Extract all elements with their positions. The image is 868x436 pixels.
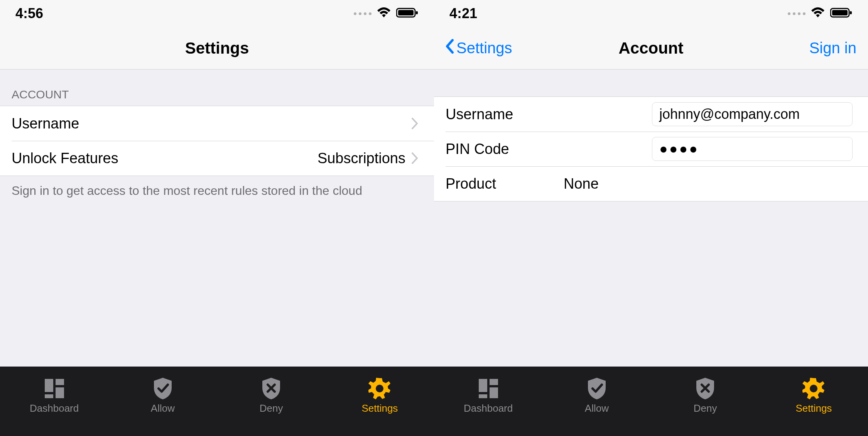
tab-allow[interactable]: Allow	[124, 377, 201, 414]
tab-label: Allow	[585, 402, 609, 414]
status-time: 4:56	[15, 5, 43, 22]
product-value: None	[564, 176, 599, 192]
shield-check-icon	[585, 377, 608, 400]
tab-allow[interactable]: Allow	[558, 377, 635, 414]
svg-rect-5	[56, 387, 64, 398]
tab-dashboard[interactable]: Dashboard	[450, 377, 527, 414]
account-screen: 4:21 Settings Account Sign in Username	[434, 0, 868, 436]
sign-in-button[interactable]: Sign in	[809, 39, 856, 57]
row-username: Username johnny@company.com	[434, 97, 868, 132]
svg-rect-3	[45, 379, 53, 392]
nav-bar: Settings	[0, 27, 434, 69]
svg-rect-2	[416, 11, 418, 14]
nav-bar: Settings Account Sign in	[434, 27, 868, 69]
back-button[interactable]: Settings	[446, 39, 512, 57]
username-label: Username	[446, 106, 546, 123]
svg-rect-14	[490, 379, 498, 385]
tab-label: Settings	[361, 402, 398, 414]
svg-rect-6	[45, 394, 53, 398]
tab-deny[interactable]: Deny	[667, 377, 744, 414]
row-unlock-features[interactable]: Unlock Features Subscriptions	[0, 141, 434, 176]
dashboard-icon	[477, 377, 500, 400]
status-dots-icon	[788, 12, 806, 15]
row-unlock-label: Unlock Features	[12, 150, 118, 167]
tab-settings[interactable]: Settings	[775, 377, 852, 414]
gear-icon	[368, 377, 391, 400]
status-bar: 4:21	[434, 0, 868, 27]
dashboard-icon	[43, 377, 66, 400]
battery-icon	[830, 7, 853, 20]
svg-point-9	[376, 385, 383, 392]
chevron-right-icon	[412, 118, 419, 129]
settings-table: Username Unlock Features Subscriptions	[0, 106, 434, 176]
tab-label: Deny	[694, 402, 717, 414]
status-time: 4:21	[449, 5, 477, 22]
product-label: Product	[446, 176, 546, 192]
tab-bar: Dashboard Allow Deny Settings	[434, 367, 868, 436]
tab-bar: Dashboard Allow Deny Settings	[0, 367, 434, 436]
tab-label: Deny	[260, 402, 283, 414]
tab-label: Settings	[795, 402, 832, 414]
tab-label: Dashboard	[464, 402, 513, 414]
row-pin: PIN Code ●●●●	[434, 132, 868, 166]
svg-rect-16	[479, 394, 487, 398]
pin-field[interactable]: ●●●●	[652, 137, 853, 161]
content: ACCOUNT Username Unlock Features Subscri…	[0, 69, 434, 367]
settings-screen: 4:56 Settings ACCOUNT Username	[0, 0, 434, 436]
svg-rect-4	[56, 379, 64, 385]
row-unlock-value: Subscriptions	[317, 150, 405, 167]
shield-x-icon	[260, 377, 283, 400]
account-table: Username johnny@company.com PIN Code ●●●…	[434, 96, 868, 201]
svg-rect-15	[490, 387, 498, 398]
row-username[interactable]: Username	[0, 106, 434, 141]
chevron-left-icon	[446, 39, 454, 57]
gear-icon	[802, 377, 825, 400]
tab-label: Dashboard	[30, 402, 79, 414]
status-right	[354, 7, 419, 20]
section-header-account: ACCOUNT	[0, 69, 434, 106]
content: Username johnny@company.com PIN Code ●●●…	[434, 69, 868, 367]
svg-rect-1	[398, 10, 414, 15]
chevron-right-icon	[412, 152, 419, 164]
shield-check-icon	[151, 377, 174, 400]
pin-label: PIN Code	[446, 141, 546, 157]
battery-icon	[396, 7, 419, 20]
tab-dashboard[interactable]: Dashboard	[16, 377, 93, 414]
row-username-label: Username	[12, 115, 79, 132]
wifi-icon	[811, 7, 825, 20]
nav-title: Settings	[0, 39, 434, 57]
tab-settings[interactable]: Settings	[341, 377, 418, 414]
username-field[interactable]: johnny@company.com	[652, 102, 853, 126]
wifi-icon	[377, 7, 391, 20]
svg-rect-12	[850, 11, 852, 14]
row-product: Product None	[434, 166, 868, 201]
status-dots-icon	[354, 12, 372, 15]
tab-deny[interactable]: Deny	[233, 377, 310, 414]
svg-rect-11	[832, 10, 848, 15]
status-bar: 4:56	[0, 0, 434, 27]
section-footer: Sign in to get access to the most recent…	[0, 176, 434, 206]
status-right	[788, 7, 853, 20]
shield-x-icon	[694, 377, 717, 400]
svg-point-19	[810, 385, 817, 392]
back-label: Settings	[456, 39, 512, 57]
tab-label: Allow	[151, 402, 175, 414]
svg-rect-13	[479, 379, 487, 392]
